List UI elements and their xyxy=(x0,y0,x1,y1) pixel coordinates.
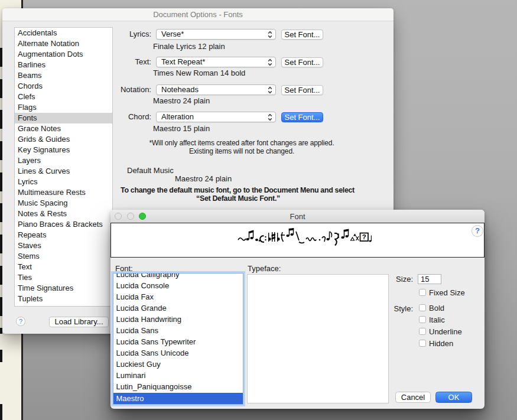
svg-text:?: ? xyxy=(362,233,366,240)
